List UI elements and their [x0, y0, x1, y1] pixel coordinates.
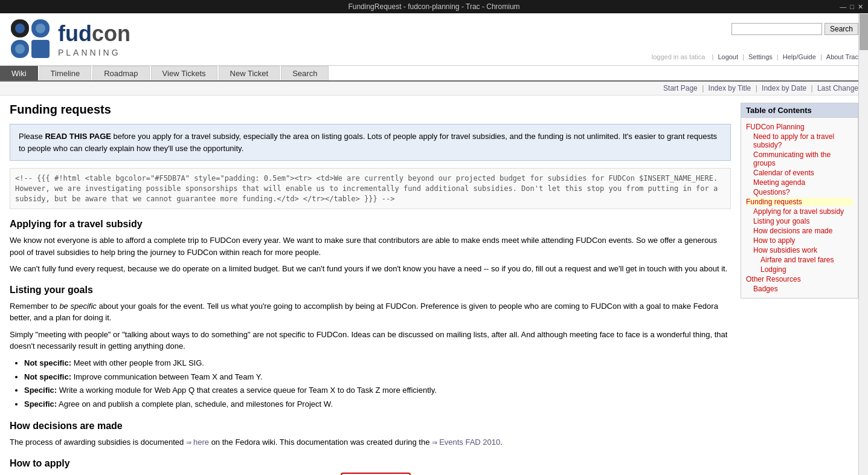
toc-content: FUDCon Planning Need to apply for a trav… — [741, 118, 858, 298]
list-item-bold: Specific: — [24, 399, 57, 409]
logged-in-text: logged in as tatica — [652, 53, 706, 60]
logo-text-area: fudcon PLANNING — [58, 21, 130, 57]
scrollbar[interactable] — [858, 13, 868, 475]
list-item: Specific: Agree on and publish a complet… — [24, 398, 731, 411]
toc-item-airfare[interactable]: Airfare and travel fares — [760, 256, 853, 264]
toc-item-questions[interactable]: Questions? — [753, 188, 853, 196]
logo-area: fudcon PLANNING — [10, 18, 130, 60]
toc-box: Table of Contents FUDCon Planning Need t… — [741, 103, 858, 299]
tab-search[interactable]: Search — [281, 66, 329, 80]
section3-p1: The process of awarding subsidies is doc… — [10, 436, 731, 448]
tab-roadmap[interactable]: Roadmap — [92, 66, 149, 80]
navbar: Wiki Timeline Roadmap View Tickets New T… — [0, 66, 868, 82]
comment-block: <!-- {{{ #!html <table bgcolor="#F5DB7A"… — [10, 168, 731, 209]
goals-list: Not specific: Meet with other people fro… — [24, 357, 731, 411]
separator: | — [820, 53, 824, 60]
tab-view-tickets[interactable]: View Tickets — [151, 66, 217, 80]
maximize-button[interactable]: □ — [850, 3, 854, 11]
toc-item-lodging[interactable]: Lodging — [760, 265, 853, 274]
section2-p1-rest: about your goals for the event. Tell us … — [10, 302, 718, 323]
here-link[interactable]: here — [186, 438, 209, 447]
scrollbar-thumb[interactable] — [860, 14, 868, 50]
section1-title: Applying for a travel subsidy — [10, 219, 731, 230]
separator: | — [702, 84, 706, 92]
list-item: Not specific: Meet with other people fro… — [24, 357, 731, 370]
close-button[interactable]: ✕ — [858, 3, 863, 11]
section2-p2: Simply "meeting with people" or "talking… — [10, 329, 731, 352]
user-info: logged in as tatica | Logout | Settings … — [649, 53, 858, 60]
toc-item-applying[interactable]: Applying for a travel subsidy — [753, 207, 853, 216]
toc-item-meeting-agenda[interactable]: Meeting agenda — [753, 178, 853, 187]
page-container: Funding requests Please READ THIS PAGE b… — [0, 95, 868, 475]
separator: | — [777, 53, 780, 60]
section2-title: Listing your goals — [10, 285, 731, 296]
notice-box: Please READ THIS PAGE before you apply f… — [10, 124, 731, 161]
section3-prefix: The process of awarding subsidies is doc… — [10, 438, 186, 447]
notice-prefix: Please — [19, 132, 45, 141]
settings-link[interactable]: Settings — [748, 53, 773, 60]
list-item-text: Improve communication between Team X and… — [71, 372, 262, 381]
header-search-area: Search — [731, 23, 858, 35]
section2-p1: Remember to be specific about your goals… — [10, 300, 731, 324]
list-item-bold: Specific: — [24, 386, 57, 395]
toc-item-how-to-apply[interactable]: How to apply — [753, 236, 853, 245]
events-fad-link[interactable]: Events FAD 2010 — [432, 438, 500, 447]
breadcrumb-start-page[interactable]: Start Page — [663, 84, 698, 92]
list-item: Not specific: Improve communication betw… — [24, 371, 731, 384]
logo-planning: PLANNING — [58, 48, 130, 57]
section2-p1-prefix: Remember to — [10, 302, 59, 311]
search-button[interactable]: Search — [825, 23, 858, 35]
toc-item-calendar[interactable]: Calendar of events — [753, 169, 853, 177]
separator: | — [756, 84, 759, 92]
toc-item-funding-requests[interactable]: Funding requests — [746, 198, 853, 206]
toc-title: Table of Contents — [741, 103, 858, 118]
svg-point-6 — [15, 44, 25, 54]
logo-brand: fudcon — [58, 21, 130, 47]
section3-mid: on the Fedora wiki. This documentation w… — [209, 438, 432, 447]
svg-rect-3 — [31, 40, 50, 58]
section2-p1-italic: be specific — [59, 302, 96, 311]
list-item-text: Write a working module for Web App Q tha… — [57, 386, 437, 395]
tab-wiki[interactable]: Wiki — [0, 66, 38, 80]
section4-title: How to apply — [10, 458, 731, 469]
breadcrumb-index-by-date[interactable]: Index by Date — [762, 84, 806, 92]
list-item-text: Meet with other people from JKL SIG. — [71, 358, 204, 367]
window-title: FundingRequest - fudcon-planning - Trac … — [348, 2, 519, 11]
logout-link[interactable]: Logout — [718, 53, 738, 60]
list-item-bold: Not specific: — [24, 372, 71, 381]
about-link[interactable]: About Trac — [826, 53, 858, 60]
section1-p2: We can't fully fund every request, becau… — [10, 263, 731, 275]
separator: | — [742, 53, 746, 60]
minimize-button[interactable]: — — [840, 3, 846, 11]
toc-item-subsidies-work[interactable]: How subsidies work — [753, 246, 853, 254]
svg-point-5 — [36, 24, 45, 33]
toc-item-decisions[interactable]: How decisions are made — [753, 227, 853, 235]
titlebar: FundingRequest - fudcon-planning - Trac … — [0, 0, 868, 13]
breadcrumb-last-change[interactable]: Last Change — [817, 84, 858, 92]
list-item: Specific: Write a working module for Web… — [24, 384, 731, 397]
notice-suffix: before you apply for a travel subsidy, e… — [19, 132, 717, 153]
tab-new-ticket[interactable]: New Ticket — [219, 66, 280, 80]
section3-title: How decisions are made — [10, 421, 731, 431]
page-title: Funding requests — [10, 103, 731, 117]
separator: | — [811, 84, 814, 92]
toc-item-fudcon-planning[interactable]: FUDCon Planning — [746, 123, 853, 131]
search-input[interactable] — [731, 23, 822, 35]
list-item-text: Agree on and publish a complete plan, sc… — [57, 399, 333, 409]
svg-point-4 — [15, 24, 25, 33]
breadcrumb-index-by-title[interactable]: Index by Title — [709, 84, 751, 92]
fill-out-ticket-link[interactable]: fill out this ticket — [341, 473, 411, 475]
section1-p1: We know not everyone is able to afford a… — [10, 234, 731, 258]
breadcrumb: Start Page | Index by Title | Index by D… — [0, 82, 868, 95]
window-controls[interactable]: — □ ✕ — [840, 3, 863, 11]
toc-item-listing-goals[interactable]: Listing your goals — [753, 217, 853, 225]
toc-item-need-apply[interactable]: Need to apply for a travel subsidy? — [753, 132, 853, 149]
logo-icon — [10, 18, 52, 60]
toc-item-badges[interactable]: Badges — [753, 285, 853, 293]
notice-bold: READ THIS PAGE — [45, 132, 111, 141]
toc-item-other-resources[interactable]: Other Resources — [746, 275, 853, 283]
sidebar: Table of Contents FUDCon Planning Need t… — [741, 103, 858, 475]
help-link[interactable]: Help/Guide — [783, 53, 816, 60]
toc-item-communicating[interactable]: Communicating with the groups — [753, 150, 853, 167]
tab-timeline[interactable]: Timeline — [39, 66, 92, 80]
